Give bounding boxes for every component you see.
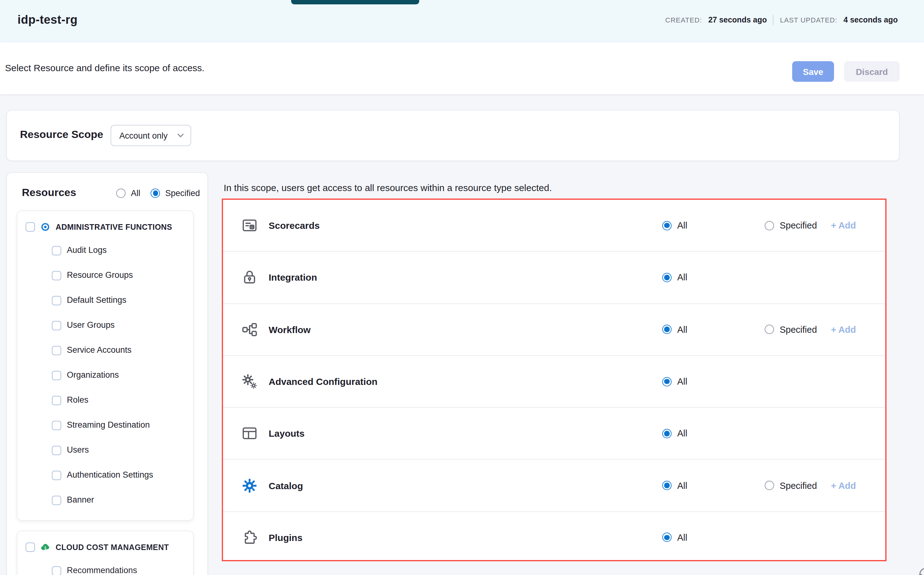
tree-group-header: ADMINISTRATIVE FUNCTIONS: [18, 215, 193, 238]
group-label: CLOUD COST MANAGEMENT: [56, 543, 169, 551]
resource-type-name: Catalog: [269, 480, 303, 491]
checkbox-icon: [52, 445, 61, 455]
tree-item-authentication-settings[interactable]: Authentication Settings: [18, 462, 193, 488]
tree-item-label: Recommendations: [67, 565, 137, 575]
row-scorecards: Scorecards All Specified + Add: [223, 200, 885, 251]
resources-specified-label: Specified: [165, 189, 200, 198]
radio-icon: [765, 221, 774, 230]
checkbox-icon: [52, 346, 61, 355]
resource-types-box: Scorecards All Specified + Add Integrati…: [222, 199, 887, 561]
specified-radio[interactable]: Specified: [765, 221, 817, 230]
admin-functions-icon: [41, 222, 50, 232]
specified-radio[interactable]: Specified: [765, 324, 817, 334]
checkbox-icon: [52, 496, 61, 505]
tree-item-resource-groups[interactable]: Resource Groups: [18, 263, 193, 288]
all-radio[interactable]: All: [662, 532, 687, 543]
add-button[interactable]: + Add: [831, 324, 856, 334]
resource-group-page: idp-test-rg CREATED: 27 seconds ago LAST…: [0, 0, 924, 575]
specified-radio[interactable]: Specified: [765, 480, 817, 491]
checkbox-icon: [52, 295, 61, 305]
layouts-icon: [241, 425, 258, 442]
tree-item-default-settings[interactable]: Default Settings: [18, 288, 193, 313]
resources-specified-radio[interactable]: Specified: [151, 189, 200, 198]
tree-item-user-groups[interactable]: User Groups: [18, 313, 193, 338]
resources-mode-radios: All Specified: [116, 189, 200, 198]
resource-type-name: Integration: [269, 272, 317, 283]
all-label: All: [677, 480, 687, 491]
tree-item-label: Service Accounts: [67, 345, 132, 355]
resources-all-radio[interactable]: All: [116, 189, 140, 198]
radio-icon: [116, 189, 126, 198]
integration-icon: [241, 269, 258, 286]
radio-icon: [662, 377, 672, 386]
workflow-icon: [241, 321, 258, 338]
meta-info: CREATED: 27 seconds ago LAST UPDATED: 4 …: [665, 15, 898, 25]
resource-scope-dropdown[interactable]: Account only: [111, 125, 191, 146]
radio-icon: [662, 325, 672, 334]
row-catalog: Catalog All Specified + Add: [223, 459, 885, 511]
updated-value: 4 seconds ago: [843, 16, 898, 24]
created-label: CREATED:: [665, 16, 702, 24]
radio-icon: [662, 273, 672, 282]
meta-divider: [773, 15, 774, 25]
tree-item-streaming-destination[interactable]: Streaming Destination: [18, 413, 193, 438]
tree-item-label: Banner: [67, 495, 94, 505]
radio-icon: [662, 481, 672, 490]
cloud-cost-icon: $: [41, 543, 50, 552]
add-button[interactable]: + Add: [831, 480, 856, 491]
all-radio[interactable]: All: [662, 429, 687, 438]
row-integration: Integration All: [223, 251, 885, 303]
tree-item-label: Authentication Settings: [67, 470, 153, 480]
discard-button[interactable]: Discard: [844, 61, 900, 82]
all-radio[interactable]: All: [662, 376, 687, 386]
support-headset-icon[interactable]: [917, 565, 924, 575]
all-radio[interactable]: All: [662, 480, 687, 491]
tree-item-label: Users: [67, 445, 89, 455]
catalog-icon: [241, 477, 258, 494]
top-accent-pill: [291, 0, 419, 4]
resource-scope-label: Resource Scope: [20, 129, 103, 141]
group-checkbox[interactable]: [25, 543, 35, 552]
radio-icon: [151, 189, 160, 198]
all-radio[interactable]: All: [662, 273, 687, 283]
specified-label: Specified: [780, 324, 817, 334]
tree-group-admin-functions: ADMINISTRATIVE FUNCTIONS Audit Logs Reso…: [17, 210, 194, 521]
tree-item-organizations[interactable]: Organizations: [18, 363, 193, 388]
tree-group-header: $ CLOUD COST MANAGEMENT: [18, 535, 193, 558]
plugins-icon: [241, 529, 258, 546]
tree-item-audit-logs[interactable]: Audit Logs: [18, 238, 193, 263]
all-radio[interactable]: All: [662, 324, 687, 334]
save-button[interactable]: Save: [792, 61, 834, 82]
checkbox-icon: [52, 321, 61, 330]
specified-label: Specified: [780, 221, 817, 230]
all-radio[interactable]: All: [662, 221, 687, 230]
tree-item-roles[interactable]: Roles: [18, 388, 193, 413]
created-value: 27 seconds ago: [708, 16, 767, 24]
add-button[interactable]: + Add: [831, 221, 856, 230]
radio-icon: [662, 221, 672, 230]
resource-type-name: Workflow: [269, 324, 311, 335]
scorecards-icon: [241, 217, 258, 234]
row-workflow: Workflow All Specified + Add: [223, 303, 885, 355]
checkbox-icon: [52, 421, 61, 430]
tree-item-recommendations[interactable]: Recommendations: [18, 558, 193, 575]
all-label: All: [677, 429, 687, 438]
resource-scope-value: Account only: [119, 131, 168, 140]
resource-type-name: Layouts: [269, 428, 304, 439]
resource-type-name: Plugins: [269, 532, 303, 543]
tree-item-label: Roles: [67, 395, 88, 405]
resources-panel: Resources All Specified ADMINISTRATIVE F…: [6, 172, 208, 575]
resource-type-name: Scorecards: [269, 220, 320, 231]
tree-item-banner[interactable]: Banner: [18, 488, 193, 513]
tree-item-service-accounts[interactable]: Service Accounts: [18, 338, 193, 363]
group-checkbox[interactable]: [25, 222, 35, 232]
updated-label: LAST UPDATED:: [780, 16, 837, 24]
row-plugins: Plugins All: [223, 511, 885, 564]
row-advanced-configuration: Advanced Configuration All: [223, 355, 885, 407]
advanced-configuration-icon: [241, 373, 258, 390]
tree-group-cloud-cost: $ CLOUD COST MANAGEMENT Recommendations: [17, 531, 194, 575]
scope-description: In this scope, users get access to all r…: [224, 182, 552, 193]
tree-item-users[interactable]: Users: [18, 438, 193, 462]
tree-item-label: Organizations: [67, 370, 119, 380]
resource-scope-card: Resource Scope Account only: [6, 110, 900, 161]
